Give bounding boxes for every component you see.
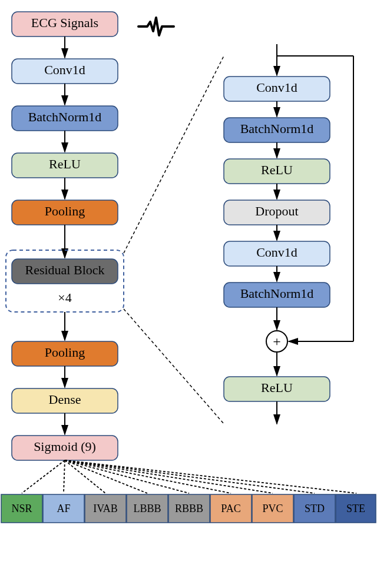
res-relu2-label: ReLU: [261, 380, 293, 395]
dashed-connector-bottom: [124, 309, 224, 424]
out-label-2: IVAB: [93, 503, 118, 514]
ecg-icon: [138, 18, 174, 35]
fan-line: [64, 460, 65, 493]
out-label-7: STD: [305, 503, 325, 514]
out-label-1: AF: [57, 503, 70, 514]
architecture-diagram: ECG Signals Conv1d BatchNorm1d ReLU Pool…: [0, 0, 377, 588]
input-label: ECG Signals: [31, 15, 98, 30]
relu-label: ReLU: [49, 157, 81, 171]
sigmoid-label: Sigmoid (9): [34, 439, 96, 454]
res-dropout-label: Dropout: [255, 204, 298, 218]
fan-line: [65, 460, 356, 493]
res-label: Residual Block: [25, 263, 104, 277]
out-label-8: STE: [346, 503, 365, 514]
out-label-3: LBBB: [133, 503, 161, 514]
res-mult-label: ×4: [58, 290, 71, 305]
res-bn1-label: BatchNorm1d: [240, 121, 314, 136]
pool-label: Pooling: [45, 204, 85, 218]
out-label-0: NSR: [11, 503, 32, 514]
add-label: +: [273, 334, 281, 349]
output-row: NSR AF IVAB LBBB RBBB PAC PVC STD STE: [1, 460, 376, 523]
fan-line: [65, 460, 315, 493]
fan-line: [22, 460, 65, 493]
dashed-connector-top: [124, 56, 224, 253]
out-cells: NSR AF IVAB LBBB RBBB PAC PVC STD STE: [1, 494, 376, 523]
bn-label: BatchNorm1d: [28, 109, 102, 124]
conv-label: Conv1d: [44, 62, 85, 77]
pool2-label: Pooling: [45, 345, 85, 360]
residual-detail: Conv1d BatchNorm1d ReLU Dropout Conv1d B…: [224, 44, 353, 424]
out-label-6: PVC: [262, 503, 283, 514]
res-bn2-label: BatchNorm1d: [240, 286, 314, 301]
main-column: ECG Signals Conv1d BatchNorm1d ReLU Pool…: [6, 12, 174, 460]
dense-label: Dense: [49, 392, 81, 407]
res-conv2-label: Conv1d: [256, 245, 297, 260]
res-conv1-label: Conv1d: [256, 80, 297, 95]
out-label-5: PAC: [221, 503, 240, 514]
fan-line: [65, 460, 189, 493]
out-label-4: RBBB: [175, 503, 203, 514]
res-relu1-label: ReLU: [261, 162, 293, 177]
